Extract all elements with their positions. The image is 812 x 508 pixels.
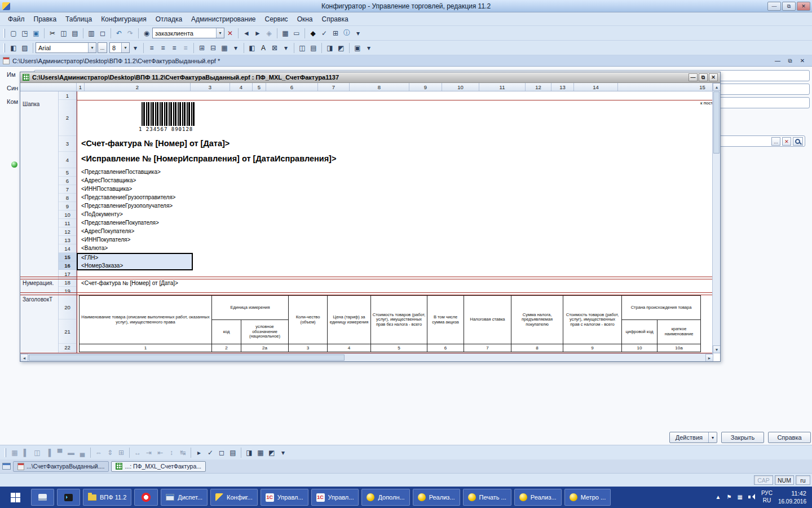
th-num[interactable]: 8 — [511, 344, 563, 352]
properties-icon[interactable]: ▨ — [19, 43, 30, 53]
th-name[interactable]: Наименование товара (описание выполненны… — [80, 296, 212, 344]
row-header[interactable]: 7 — [59, 185, 76, 194]
align-left-edges-icon[interactable]: ▌ — [20, 448, 32, 458]
column-header[interactable]: 6 — [266, 83, 318, 91]
clock[interactable]: 11:42 16.09.2016 — [778, 489, 806, 505]
taskbar-devices-button[interactable] — [31, 489, 54, 506]
merge-cells-icon[interactable]: ⊠ — [269, 43, 280, 53]
th-country-name[interactable]: краткое наименование — [657, 320, 701, 344]
align-center-icon[interactable]: ≡ — [157, 43, 169, 53]
sheet-cells[interactable]: 1 234567 890128 к постановлению Правит <… — [77, 91, 713, 353]
cell-numbering-text[interactable]: <Счет-фактура № [Номер] от [Дата]> — [81, 280, 178, 286]
window-titlebar[interactable]: Конфигуратор - Управление торговлей, ред… — [0, 0, 812, 12]
menu-edit[interactable]: Правка — [29, 14, 61, 25]
new-icon[interactable]: ▢ — [8, 28, 19, 38]
fill-color-icon[interactable]: ◧ — [246, 43, 258, 53]
th-num[interactable]: 2а — [241, 344, 289, 352]
ruler-icon[interactable]: ▭ — [291, 28, 302, 38]
column-header[interactable]: 5 — [253, 83, 266, 91]
font-size-combobox[interactable]: 8 ▾ — [109, 42, 130, 53]
taskbar-task-manager-button[interactable]: Диспет... — [161, 489, 208, 506]
row-header[interactable]: 14 — [59, 244, 76, 253]
column-header[interactable]: 3 — [191, 83, 230, 91]
cell-text-selected[interactable]: <НомерЗаказа> — [81, 262, 123, 269]
cell-text[interactable]: <АдресПоставщика> — [81, 177, 136, 183]
row-header[interactable]: 22 — [59, 344, 76, 352]
find-icon[interactable]: ◉ — [141, 28, 152, 38]
windows-list-icon[interactable] — [2, 463, 11, 470]
grid-icon[interactable]: ▤ — [308, 43, 319, 53]
lock-icon[interactable]: ◧ — [8, 43, 19, 53]
th-unit-code[interactable]: код — [212, 320, 241, 344]
syntax-cap-icon[interactable]: ◆ — [307, 28, 319, 38]
row-header[interactable]: 21 — [59, 319, 76, 344]
row-header[interactable]: 18 — [59, 278, 76, 287]
insert-chart-icon[interactable]: ◩ — [266, 448, 277, 458]
vertical-scroll-thumb[interactable] — [713, 91, 720, 154]
tab-form-editor[interactable]: ...\СчетФактураВыданный.... — [13, 461, 109, 472]
h-spacing-icon[interactable]: ↔ — [132, 448, 143, 458]
cell-text[interactable]: <АдресПокупателя> — [81, 228, 134, 234]
template-icon[interactable]: ▦ — [280, 28, 291, 38]
dictionary-icon[interactable]: ◨ — [244, 448, 255, 458]
scroll-track[interactable] — [345, 354, 705, 361]
row-header[interactable]: 3 — [59, 136, 76, 152]
th-num[interactable]: 4 — [328, 344, 371, 352]
align-top-edges-icon[interactable]: ▀ — [54, 448, 65, 458]
column-header[interactable]: 10 — [442, 83, 479, 91]
th-tax-sum[interactable]: Сумма налога, предъявляемая покупателю — [511, 296, 563, 344]
th-cost-tax[interactable]: Стоимость товаров (работ, услуг), имущес… — [563, 296, 622, 344]
choose-button[interactable]: ... — [771, 137, 780, 146]
document-titlebar[interactable]: C:\Users\Администратор\Desktop\ВПФ 11.2\… — [0, 55, 812, 67]
redo-icon[interactable]: ↷ — [125, 28, 136, 38]
cell-text[interactable]: <ИННПокупателя> — [81, 237, 130, 243]
horizontal-scrollbar[interactable]: ◄ ► — [20, 353, 713, 361]
row-header[interactable]: 12 — [59, 227, 76, 236]
th-num[interactable]: 9 — [563, 344, 622, 352]
format-more-icon[interactable]: ▾ — [130, 43, 141, 53]
row-header[interactable]: 6 — [59, 177, 76, 185]
mxl-close-button[interactable]: ✕ — [709, 73, 718, 81]
find-next-icon[interactable]: ► — [252, 28, 263, 38]
th-qty[interactable]: Коли-чество (объем) — [289, 296, 328, 344]
row-header[interactable]: 2 — [59, 100, 76, 136]
doc-close-icon[interactable]: ✕ — [798, 58, 807, 64]
actions-dropdown-icon[interactable]: ▾ — [708, 432, 717, 443]
no-borders-icon[interactable]: ⊟ — [208, 43, 219, 53]
picture-more-icon[interactable]: ▾ — [363, 43, 374, 53]
row-header[interactable]: 9 — [59, 202, 76, 211]
th-num[interactable]: 10а — [657, 344, 701, 352]
row-header[interactable]: 4 — [59, 152, 76, 168]
module-icon[interactable]: ▤ — [227, 448, 239, 458]
taskbar-folder-button[interactable]: ВПФ 11.2 — [83, 489, 131, 506]
same-height-icon[interactable]: ⇕ — [104, 448, 116, 458]
cell-correction-title[interactable]: <Исправление № [НомерИсправления] от [Да… — [81, 154, 336, 163]
row-header[interactable]: 11 — [59, 219, 76, 227]
taskbar-window-button[interactable]: Реализ... — [514, 489, 562, 506]
check-form-icon[interactable]: ✓ — [205, 448, 216, 458]
toolbar-more-icon[interactable]: ▾ — [352, 28, 364, 38]
column-header[interactable]: 2 — [85, 83, 191, 91]
minimize-button[interactable]: — — [767, 2, 781, 11]
mxl-minimize-button[interactable]: — — [689, 73, 698, 81]
column-header[interactable]: 8 — [350, 83, 409, 91]
cell-text[interactable]: <Валюта> — [81, 245, 108, 251]
menu-administration[interactable]: Администрирование — [187, 14, 260, 25]
paste-icon[interactable]: ▤ — [69, 28, 81, 38]
combo-arrow-icon[interactable]: ▾ — [121, 43, 129, 52]
form-preview-icon[interactable]: ◻ — [216, 448, 227, 458]
align-bottom-edges-icon[interactable]: ▄ — [77, 448, 88, 458]
row-header-selected[interactable]: 15 — [59, 253, 76, 261]
print-icon[interactable]: ▥ — [86, 28, 97, 38]
close-button[interactable]: ✕ — [797, 2, 810, 11]
th-num[interactable]: 7 — [464, 344, 511, 352]
save-icon[interactable]: ▣ — [30, 28, 42, 38]
th-price[interactable]: Цена (тариф) за единицу измерения — [328, 296, 371, 344]
restore-button[interactable]: ⧉ — [782, 2, 796, 11]
menu-file[interactable]: Файл — [3, 14, 29, 25]
row-header[interactable]: 8 — [59, 194, 76, 202]
hidden-icons-chevron-icon[interactable]: ▲ — [716, 494, 721, 500]
section-header[interactable]: Шапка — [23, 101, 39, 107]
th-country[interactable]: Страна происхождения товара — [622, 296, 701, 320]
th-country-code[interactable]: цифровой код — [622, 320, 657, 344]
